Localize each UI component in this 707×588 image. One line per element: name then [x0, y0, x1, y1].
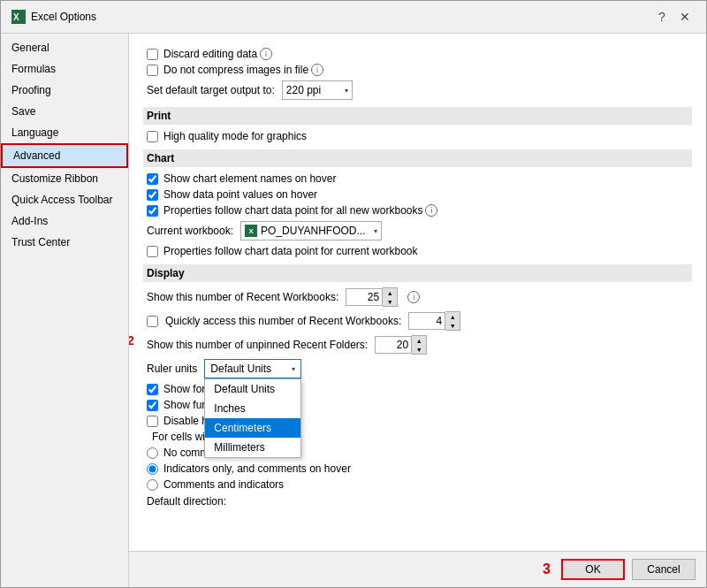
default-direction-label: Default direction:: [147, 495, 226, 508]
show-for-checkbox[interactable]: [147, 384, 158, 395]
no-compress-checkbox[interactable]: [147, 65, 158, 76]
recent-workbooks-spin: ▲ ▼: [346, 287, 398, 307]
quickly-access-down[interactable]: ▼: [445, 321, 460, 330]
discard-info-icon[interactable]: i: [260, 48, 272, 60]
quickly-access-up[interactable]: ▲: [445, 312, 460, 321]
workbook-select[interactable]: X PO_DUYANHFOOD... ▾: [240, 221, 382, 241]
ruler-option-centimeters[interactable]: Centimeters: [205, 418, 300, 438]
sidebar-item-save[interactable]: Save: [1, 101, 128, 122]
workbook-arrow: ▾: [374, 227, 377, 235]
comments-indicators-row: Comments and indicators: [143, 478, 692, 491]
unpinned-folders-label: Show this number of unpinned Recent Fold…: [147, 339, 368, 351]
quickly-access-input[interactable]: [408, 312, 445, 330]
chart-properties-row: Properties follow chart data point for a…: [143, 204, 692, 217]
ruler-dropdown: Default Units Inches Centimeters Millime…: [204, 378, 301, 458]
indicators-hover-radio[interactable]: [147, 463, 158, 475]
close-button[interactable]: ✕: [674, 8, 696, 26]
quickly-access-checkbox[interactable]: [147, 316, 158, 327]
display-section-header: Display: [143, 264, 692, 282]
unpinned-folders-row: 2 Show this number of unpinned Recent Fo…: [143, 335, 692, 355]
recent-workbooks-input[interactable]: [346, 288, 383, 306]
ruler-select-button[interactable]: Default Units ▾: [204, 359, 301, 378]
title-buttons: ? ✕: [651, 8, 696, 26]
current-workbook-label: Current workbook:: [147, 225, 233, 237]
quickly-access-label: Quickly access this number of Recent Wor…: [165, 315, 401, 327]
show-for-label: Show for: [163, 383, 205, 395]
chart-data-label: Show data point values on hover: [163, 188, 317, 201]
unpinned-folders-up[interactable]: ▲: [412, 336, 426, 345]
sidebar-item-advanced[interactable]: 1 Advanced: [1, 143, 128, 168]
sidebar-item-formulas[interactable]: Formulas: [1, 58, 128, 80]
chart-section-header: Chart: [143, 149, 692, 167]
no-compress-info-icon[interactable]: i: [311, 64, 323, 76]
comments-indicators-radio[interactable]: [147, 479, 158, 491]
chart-prop-info-icon[interactable]: i: [425, 204, 437, 217]
chart-properties-label: Properties follow chart data point for a…: [163, 204, 422, 217]
ruler-option-default[interactable]: Default Units: [205, 379, 300, 399]
sidebar-item-trust-center[interactable]: Trust Center: [1, 232, 128, 253]
ruler-units-label: Ruler units: [147, 363, 197, 375]
high-quality-label: High quality mode for graphics: [163, 130, 307, 142]
no-compress-row: Do not compress images in file i: [143, 64, 692, 76]
title-bar: X Excel Options ? ✕: [1, 1, 706, 34]
unpinned-folders-down[interactable]: ▼: [412, 345, 426, 354]
recent-workbooks-spinners: ▲ ▼: [383, 287, 398, 307]
ruler-selected-value: Default Units: [210, 363, 271, 375]
high-quality-checkbox[interactable]: [147, 131, 158, 142]
ruler-option-millimeters[interactable]: Millimeters: [205, 438, 300, 457]
content-scroll[interactable]: Discard editing data i Do not compress i…: [129, 34, 706, 551]
recent-workbooks-info[interactable]: i: [407, 291, 420, 303]
quickly-access-spin: ▲ ▼: [408, 311, 460, 331]
sidebar-item-customize-ribbon[interactable]: Customize Ribbon: [1, 168, 128, 189]
recent-workbooks-down[interactable]: ▼: [383, 297, 397, 306]
unpinned-folders-input[interactable]: [375, 336, 412, 354]
quickly-access-spinners: ▲ ▼: [445, 311, 460, 331]
ppi-value: 220 ppi: [286, 84, 321, 96]
ppi-arrow: ▾: [345, 87, 348, 95]
default-direction-row: Default direction:: [143, 495, 692, 508]
sidebar-item-add-ins[interactable]: Add-Ins: [1, 210, 128, 232]
sidebar-item-language[interactable]: Language: [1, 122, 128, 143]
recent-workbooks-up[interactable]: ▲: [383, 288, 397, 297]
ok-button[interactable]: OK: [561, 559, 625, 580]
sidebar-item-proofing[interactable]: Proofing: [1, 80, 128, 101]
chart-names-checkbox[interactable]: [147, 173, 158, 185]
show-fur-checkbox[interactable]: [147, 400, 158, 411]
high-quality-row: High quality mode for graphics: [143, 130, 692, 142]
ppi-select[interactable]: 220 ppi ▾: [282, 80, 353, 100]
ruler-units-row: Ruler units Default Units ▾ Default Unit…: [143, 359, 692, 378]
chart-properties-checkbox[interactable]: [147, 205, 158, 217]
indicators-hover-row: Indicators only, and comments on hover: [143, 462, 692, 475]
comments-indicators-label: Comments and indicators: [163, 478, 284, 491]
chart-properties-current-label: Properties follow chart data point for c…: [163, 245, 417, 257]
sidebar-item-quick-access[interactable]: Quick Access Toolbar: [1, 189, 128, 210]
discard-editing-checkbox[interactable]: [147, 49, 158, 60]
ruler-option-inches[interactable]: Inches: [205, 399, 300, 418]
dialog-body: General Formulas Proofing Save Language …: [1, 34, 706, 587]
chart-data-checkbox[interactable]: [147, 189, 158, 201]
chart-data-row: Show data point values on hover: [143, 188, 692, 201]
recent-workbooks-row: Show this number of Recent Workbooks: ▲ …: [143, 287, 692, 307]
show-fur-label: Show fur: [163, 399, 205, 411]
step2-label: 2: [129, 333, 134, 347]
no-comments-radio[interactable]: [147, 447, 158, 459]
help-button[interactable]: ?: [651, 8, 673, 26]
ruler-dropdown-container: Default Units ▾ Default Units Inches Cen…: [204, 359, 301, 378]
disable-h-checkbox[interactable]: [147, 416, 158, 427]
target-output-label: Set default target output to:: [147, 84, 275, 96]
chart-names-row: Show chart element names on hover: [143, 172, 692, 185]
chart-properties-current-checkbox[interactable]: [147, 246, 158, 257]
svg-text:X: X: [13, 12, 19, 22]
discard-editing-row: Discard editing data i: [143, 48, 692, 60]
discard-editing-label: Discard editing data: [163, 48, 257, 60]
chart-names-label: Show chart element names on hover: [163, 172, 336, 185]
current-workbook-row: Current workbook: X PO_DUYANHFOOD... ▾: [143, 221, 692, 241]
indicators-hover-label: Indicators only, and comments on hover: [163, 462, 351, 475]
sidebar-item-general[interactable]: General: [1, 37, 128, 58]
chart-properties-current-row: Properties follow chart data point for c…: [143, 245, 692, 257]
workbook-name: PO_DUYANHFOOD...: [261, 225, 365, 237]
unpinned-folders-spin: ▲ ▼: [375, 335, 427, 355]
cancel-button[interactable]: Cancel: [632, 559, 696, 580]
excel-title-icon: X: [11, 10, 26, 24]
excel-icon: X: [245, 225, 257, 237]
